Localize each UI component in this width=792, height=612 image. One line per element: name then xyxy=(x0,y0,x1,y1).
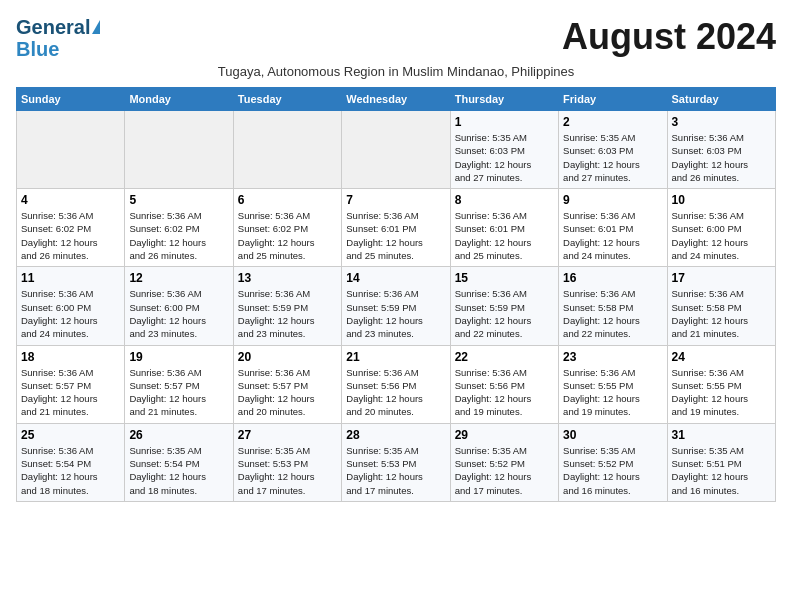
calendar-cell: 30Sunrise: 5:35 AM Sunset: 5:52 PM Dayli… xyxy=(559,423,667,501)
day-info: Sunrise: 5:35 AM Sunset: 6:03 PM Dayligh… xyxy=(563,131,662,184)
day-number: 5 xyxy=(129,193,228,207)
day-info: Sunrise: 5:36 AM Sunset: 6:00 PM Dayligh… xyxy=(129,287,228,340)
day-number: 28 xyxy=(346,428,445,442)
day-info: Sunrise: 5:35 AM Sunset: 6:03 PM Dayligh… xyxy=(455,131,554,184)
day-info: Sunrise: 5:35 AM Sunset: 5:54 PM Dayligh… xyxy=(129,444,228,497)
day-info: Sunrise: 5:35 AM Sunset: 5:53 PM Dayligh… xyxy=(238,444,337,497)
calendar-cell: 18Sunrise: 5:36 AM Sunset: 5:57 PM Dayli… xyxy=(17,345,125,423)
day-info: Sunrise: 5:36 AM Sunset: 6:02 PM Dayligh… xyxy=(129,209,228,262)
subtitle: Tugaya, Autonomous Region in Muslim Mind… xyxy=(16,64,776,79)
week-row-1: 1Sunrise: 5:35 AM Sunset: 6:03 PM Daylig… xyxy=(17,111,776,189)
weekday-header-thursday: Thursday xyxy=(450,88,558,111)
day-number: 19 xyxy=(129,350,228,364)
calendar-cell: 6Sunrise: 5:36 AM Sunset: 6:02 PM Daylig… xyxy=(233,189,341,267)
calendar-cell: 3Sunrise: 5:36 AM Sunset: 6:03 PM Daylig… xyxy=(667,111,775,189)
weekday-header-monday: Monday xyxy=(125,88,233,111)
day-info: Sunrise: 5:35 AM Sunset: 5:51 PM Dayligh… xyxy=(672,444,771,497)
calendar-cell: 13Sunrise: 5:36 AM Sunset: 5:59 PM Dayli… xyxy=(233,267,341,345)
weekday-header-saturday: Saturday xyxy=(667,88,775,111)
day-info: Sunrise: 5:35 AM Sunset: 5:52 PM Dayligh… xyxy=(455,444,554,497)
day-number: 14 xyxy=(346,271,445,285)
day-info: Sunrise: 5:36 AM Sunset: 6:03 PM Dayligh… xyxy=(672,131,771,184)
day-number: 29 xyxy=(455,428,554,442)
day-number: 10 xyxy=(672,193,771,207)
day-info: Sunrise: 5:36 AM Sunset: 6:02 PM Dayligh… xyxy=(21,209,120,262)
week-row-4: 18Sunrise: 5:36 AM Sunset: 5:57 PM Dayli… xyxy=(17,345,776,423)
calendar-cell: 1Sunrise: 5:35 AM Sunset: 6:03 PM Daylig… xyxy=(450,111,558,189)
calendar-cell: 22Sunrise: 5:36 AM Sunset: 5:56 PM Dayli… xyxy=(450,345,558,423)
week-row-3: 11Sunrise: 5:36 AM Sunset: 6:00 PM Dayli… xyxy=(17,267,776,345)
calendar-cell: 21Sunrise: 5:36 AM Sunset: 5:56 PM Dayli… xyxy=(342,345,450,423)
day-info: Sunrise: 5:36 AM Sunset: 5:59 PM Dayligh… xyxy=(346,287,445,340)
day-info: Sunrise: 5:36 AM Sunset: 5:57 PM Dayligh… xyxy=(129,366,228,419)
day-info: Sunrise: 5:36 AM Sunset: 5:58 PM Dayligh… xyxy=(672,287,771,340)
calendar-cell: 2Sunrise: 5:35 AM Sunset: 6:03 PM Daylig… xyxy=(559,111,667,189)
calendar-cell: 25Sunrise: 5:36 AM Sunset: 5:54 PM Dayli… xyxy=(17,423,125,501)
logo-text-blue: Blue xyxy=(16,38,59,60)
day-info: Sunrise: 5:36 AM Sunset: 6:00 PM Dayligh… xyxy=(672,209,771,262)
day-number: 12 xyxy=(129,271,228,285)
day-number: 31 xyxy=(672,428,771,442)
day-info: Sunrise: 5:36 AM Sunset: 5:59 PM Dayligh… xyxy=(455,287,554,340)
day-number: 9 xyxy=(563,193,662,207)
day-info: Sunrise: 5:36 AM Sunset: 5:57 PM Dayligh… xyxy=(21,366,120,419)
calendar-cell xyxy=(233,111,341,189)
calendar-cell: 27Sunrise: 5:35 AM Sunset: 5:53 PM Dayli… xyxy=(233,423,341,501)
calendar-cell: 12Sunrise: 5:36 AM Sunset: 6:00 PM Dayli… xyxy=(125,267,233,345)
day-info: Sunrise: 5:36 AM Sunset: 6:01 PM Dayligh… xyxy=(563,209,662,262)
day-info: Sunrise: 5:35 AM Sunset: 5:53 PM Dayligh… xyxy=(346,444,445,497)
calendar-cell: 15Sunrise: 5:36 AM Sunset: 5:59 PM Dayli… xyxy=(450,267,558,345)
day-number: 25 xyxy=(21,428,120,442)
day-info: Sunrise: 5:36 AM Sunset: 5:55 PM Dayligh… xyxy=(672,366,771,419)
calendar-cell: 8Sunrise: 5:36 AM Sunset: 6:01 PM Daylig… xyxy=(450,189,558,267)
calendar-cell: 20Sunrise: 5:36 AM Sunset: 5:57 PM Dayli… xyxy=(233,345,341,423)
day-number: 11 xyxy=(21,271,120,285)
calendar-cell: 11Sunrise: 5:36 AM Sunset: 6:00 PM Dayli… xyxy=(17,267,125,345)
day-number: 7 xyxy=(346,193,445,207)
weekday-header-friday: Friday xyxy=(559,88,667,111)
calendar-cell: 31Sunrise: 5:35 AM Sunset: 5:51 PM Dayli… xyxy=(667,423,775,501)
day-number: 15 xyxy=(455,271,554,285)
weekday-header-tuesday: Tuesday xyxy=(233,88,341,111)
day-number: 2 xyxy=(563,115,662,129)
logo-triangle-icon xyxy=(92,20,100,34)
weekday-header-wednesday: Wednesday xyxy=(342,88,450,111)
day-number: 21 xyxy=(346,350,445,364)
day-number: 4 xyxy=(21,193,120,207)
calendar-cell: 5Sunrise: 5:36 AM Sunset: 6:02 PM Daylig… xyxy=(125,189,233,267)
calendar-cell: 28Sunrise: 5:35 AM Sunset: 5:53 PM Dayli… xyxy=(342,423,450,501)
weekday-header-sunday: Sunday xyxy=(17,88,125,111)
calendar-cell: 10Sunrise: 5:36 AM Sunset: 6:00 PM Dayli… xyxy=(667,189,775,267)
day-number: 23 xyxy=(563,350,662,364)
day-info: Sunrise: 5:36 AM Sunset: 5:57 PM Dayligh… xyxy=(238,366,337,419)
day-number: 16 xyxy=(563,271,662,285)
calendar-cell: 24Sunrise: 5:36 AM Sunset: 5:55 PM Dayli… xyxy=(667,345,775,423)
calendar-cell: 23Sunrise: 5:36 AM Sunset: 5:55 PM Dayli… xyxy=(559,345,667,423)
calendar-cell: 14Sunrise: 5:36 AM Sunset: 5:59 PM Dayli… xyxy=(342,267,450,345)
day-number: 17 xyxy=(672,271,771,285)
logo-text-general: General xyxy=(16,16,90,38)
day-number: 26 xyxy=(129,428,228,442)
day-number: 8 xyxy=(455,193,554,207)
day-info: Sunrise: 5:36 AM Sunset: 5:56 PM Dayligh… xyxy=(455,366,554,419)
day-number: 20 xyxy=(238,350,337,364)
day-number: 30 xyxy=(563,428,662,442)
calendar-cell: 26Sunrise: 5:35 AM Sunset: 5:54 PM Dayli… xyxy=(125,423,233,501)
calendar-cell xyxy=(17,111,125,189)
calendar-cell: 4Sunrise: 5:36 AM Sunset: 6:02 PM Daylig… xyxy=(17,189,125,267)
day-info: Sunrise: 5:36 AM Sunset: 5:54 PM Dayligh… xyxy=(21,444,120,497)
day-info: Sunrise: 5:36 AM Sunset: 6:01 PM Dayligh… xyxy=(455,209,554,262)
day-info: Sunrise: 5:36 AM Sunset: 6:01 PM Dayligh… xyxy=(346,209,445,262)
day-number: 3 xyxy=(672,115,771,129)
day-number: 22 xyxy=(455,350,554,364)
day-info: Sunrise: 5:36 AM Sunset: 5:56 PM Dayligh… xyxy=(346,366,445,419)
day-info: Sunrise: 5:36 AM Sunset: 6:00 PM Dayligh… xyxy=(21,287,120,340)
day-info: Sunrise: 5:35 AM Sunset: 5:52 PM Dayligh… xyxy=(563,444,662,497)
page-header: General Blue August 2024 xyxy=(16,16,776,60)
calendar-cell: 17Sunrise: 5:36 AM Sunset: 5:58 PM Dayli… xyxy=(667,267,775,345)
day-info: Sunrise: 5:36 AM Sunset: 5:59 PM Dayligh… xyxy=(238,287,337,340)
day-number: 18 xyxy=(21,350,120,364)
calendar-cell: 7Sunrise: 5:36 AM Sunset: 6:01 PM Daylig… xyxy=(342,189,450,267)
day-number: 13 xyxy=(238,271,337,285)
day-number: 1 xyxy=(455,115,554,129)
